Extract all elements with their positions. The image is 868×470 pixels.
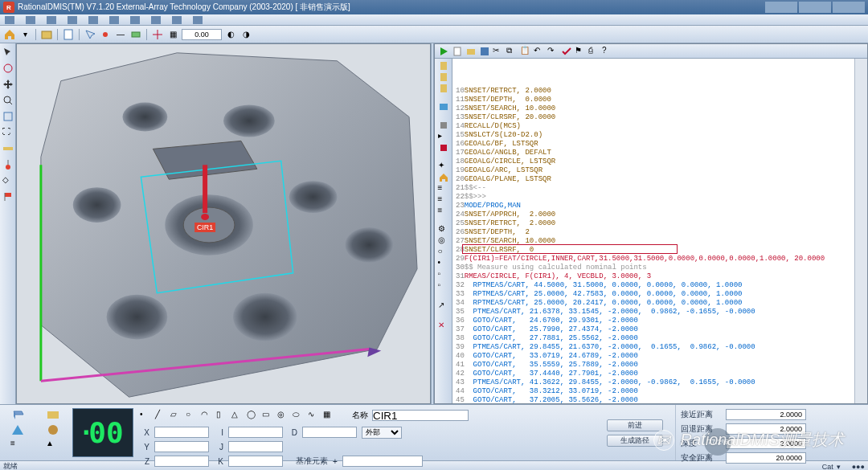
feat-line-icon[interactable]: ╱	[155, 410, 166, 421]
book-icon[interactable]	[438, 101, 449, 112]
box-icon[interactable]	[2, 111, 14, 122]
vscroll[interactable]	[854, 59, 867, 403]
name-input[interactable]	[372, 410, 469, 421]
code-text[interactable]: 10SNSET/RETRCT, 2.000011SNSET/DEPTH, 0.0…	[452, 59, 854, 403]
pan-icon[interactable]	[2, 79, 14, 90]
circ-icon[interactable]: ○	[438, 247, 449, 257]
bp-part-icon[interactable]	[46, 408, 60, 421]
feat-circle-icon[interactable]: ○	[186, 410, 197, 421]
menu-group-6-icon[interactable]	[109, 16, 119, 24]
cut-icon[interactable]: ✂	[493, 46, 504, 57]
feat-plane-icon[interactable]: ▱	[170, 410, 182, 421]
row3-icon[interactable]: ≡	[438, 206, 449, 216]
axis-icon[interactable]	[151, 28, 164, 41]
feat-cone-icon[interactable]: △	[231, 410, 243, 421]
menu-group-1-icon[interactable]	[5, 16, 14, 24]
home2-icon[interactable]	[438, 172, 449, 182]
stop-icon[interactable]	[438, 142, 449, 153]
menu-group-7-icon[interactable]	[130, 16, 140, 24]
minimize-button[interactable]	[765, 2, 797, 13]
close-button[interactable]	[833, 2, 865, 13]
ref-input[interactable]	[342, 456, 423, 467]
point-icon[interactable]	[99, 28, 112, 41]
feat-cyl-icon[interactable]: ▯	[216, 410, 227, 421]
open-icon[interactable]	[40, 28, 53, 41]
axis2-icon[interactable]: ✦	[438, 161, 449, 171]
line-icon[interactable]: —	[114, 28, 127, 41]
menu-group-9-icon[interactable]	[172, 16, 182, 24]
feat-arc-icon[interactable]: ◠	[201, 410, 212, 421]
util2-icon[interactable]: ◑	[240, 28, 252, 41]
help-icon[interactable]: ?	[602, 46, 613, 57]
menu-group-10-icon[interactable]	[193, 16, 203, 24]
zoom-icon[interactable]	[2, 95, 14, 106]
close2-icon[interactable]: ✕	[438, 321, 449, 331]
coord-input[interactable]	[182, 29, 222, 40]
redo-icon[interactable]: ↷	[547, 46, 559, 57]
bp-tri-icon[interactable]	[10, 423, 25, 436]
cursor-icon[interactable]	[2, 47, 14, 58]
x-input[interactable]	[154, 427, 209, 438]
exec-icon[interactable]: ▸	[438, 131, 449, 141]
bm2-icon[interactable]	[438, 72, 449, 82]
j-input[interactable]	[228, 441, 283, 452]
menu-group-2-icon[interactable]	[26, 16, 35, 24]
row-icon[interactable]: ≡	[438, 183, 449, 194]
p1-input[interactable]	[726, 409, 806, 420]
feat-sph-icon[interactable]: ◯	[247, 410, 258, 421]
target-icon[interactable]: ◎	[438, 235, 449, 246]
menu-group-8-icon[interactable]	[151, 16, 161, 24]
print-icon[interactable]: ⎙	[588, 46, 600, 57]
fit-icon[interactable]: ⛶	[2, 127, 14, 138]
y-input[interactable]	[154, 441, 209, 452]
grid-icon[interactable]: ▦	[166, 28, 179, 41]
code-open-icon[interactable]	[465, 46, 477, 57]
probe-icon[interactable]	[2, 159, 14, 170]
bm3-icon[interactable]	[438, 83, 449, 93]
z-input[interactable]	[154, 456, 209, 467]
bp-role-icon[interactable]	[46, 423, 60, 436]
bp-list-icon[interactable]: ≡	[10, 439, 25, 452]
sq2-icon[interactable]: ▫	[438, 280, 449, 291]
construct-icon[interactable]: ◇	[2, 175, 14, 186]
menu-group-3-icon[interactable]	[47, 16, 56, 24]
block-icon[interactable]	[438, 120, 449, 130]
p4-input[interactable]	[726, 452, 806, 464]
feat-curv-icon[interactable]: ∿	[308, 410, 319, 421]
paste-icon[interactable]: 📋	[520, 46, 531, 57]
menu-group-4-icon[interactable]	[68, 16, 77, 24]
feat-slot-icon[interactable]: ▭	[262, 410, 273, 421]
menu-group-5-icon[interactable]	[88, 16, 98, 24]
flag-icon[interactable]	[2, 191, 14, 202]
rotate-icon[interactable]	[2, 63, 14, 74]
feat-pt-icon[interactable]: •	[140, 410, 151, 421]
copy-icon[interactable]: ⧉	[506, 46, 518, 57]
measure-icon[interactable]	[2, 143, 14, 154]
flag2-icon[interactable]: ⚑	[575, 46, 586, 57]
save-icon[interactable]	[479, 46, 490, 57]
dropdown-icon[interactable]: ▾	[18, 28, 31, 41]
feat-tor-icon[interactable]: ◎	[277, 410, 289, 421]
run-icon[interactable]	[438, 46, 449, 57]
type-select[interactable]: 外部	[362, 427, 402, 439]
code-new-icon[interactable]	[452, 46, 463, 57]
row2-icon[interactable]: ≡	[438, 194, 449, 205]
i-input[interactable]	[228, 427, 283, 438]
new-icon[interactable]	[62, 28, 75, 41]
gear-icon[interactable]: ⚙	[438, 224, 449, 235]
util1-icon[interactable]: ◐	[224, 28, 237, 41]
bp-cone-icon[interactable]: ▲	[46, 439, 60, 452]
check-icon[interactable]	[561, 46, 572, 57]
home-icon[interactable]	[3, 28, 16, 41]
sq-icon[interactable]: ▫	[438, 269, 449, 280]
bm-icon[interactable]	[438, 60, 449, 71]
d-input[interactable]	[302, 427, 357, 438]
feat-ell-icon[interactable]: ⬭	[293, 410, 304, 421]
undo-icon[interactable]: ↶	[534, 46, 545, 57]
3d-viewport[interactable]: CIR1	[16, 43, 431, 404]
out-icon[interactable]: ↗	[438, 300, 449, 311]
maximize-button[interactable]	[799, 2, 831, 13]
bp-cube-icon[interactable]	[10, 408, 25, 421]
k-input[interactable]	[228, 456, 283, 467]
select-icon[interactable]	[84, 28, 96, 41]
